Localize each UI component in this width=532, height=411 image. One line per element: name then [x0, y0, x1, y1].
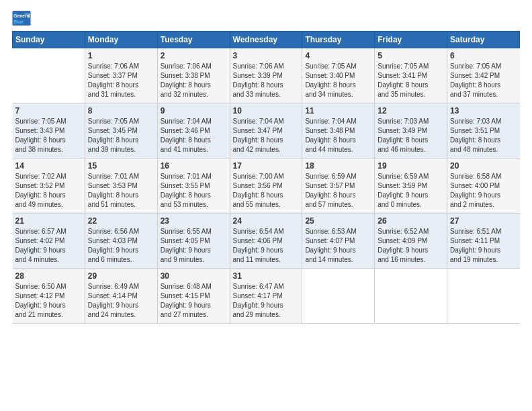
cell-info: Sunrise: 7:03 AM Sunset: 3:51 PM Dayligh…: [450, 117, 517, 154]
col-header-wednesday: Wednesday: [230, 32, 302, 48]
cell-info: Sunrise: 7:05 AM Sunset: 3:41 PM Dayligh…: [378, 62, 444, 99]
week-row-3: 14Sunrise: 7:02 AM Sunset: 3:52 PM Dayli…: [13, 158, 520, 214]
calendar-table: SundayMondayTuesdayWednesdayThursdayFrid…: [12, 31, 520, 324]
day-number: 20: [450, 161, 517, 171]
calendar-cell: 13Sunrise: 7:03 AM Sunset: 3:51 PM Dayli…: [447, 103, 520, 158]
week-row-4: 21Sunrise: 6:57 AM Sunset: 4:02 PM Dayli…: [13, 214, 520, 269]
day-number: 22: [88, 216, 154, 226]
day-number: 9: [161, 106, 227, 116]
day-number: 5: [378, 51, 444, 60]
day-number: 4: [305, 51, 371, 60]
col-header-tuesday: Tuesday: [157, 32, 230, 48]
cell-info: Sunrise: 7:06 AM Sunset: 3:39 PM Dayligh…: [233, 62, 300, 99]
day-number: 6: [450, 51, 517, 60]
cell-info: Sunrise: 7:03 AM Sunset: 3:49 PM Dayligh…: [378, 117, 444, 154]
calendar-cell: 19Sunrise: 6:59 AM Sunset: 3:59 PM Dayli…: [375, 158, 447, 214]
cell-info: Sunrise: 7:06 AM Sunset: 3:38 PM Dayligh…: [161, 62, 227, 99]
calendar-cell: 11Sunrise: 7:04 AM Sunset: 3:48 PM Dayli…: [302, 103, 375, 158]
day-number: 29: [88, 271, 154, 281]
cell-info: Sunrise: 6:47 AM Sunset: 4:17 PM Dayligh…: [233, 282, 300, 320]
day-number: 2: [161, 51, 227, 60]
svg-text:General: General: [13, 13, 30, 18]
calendar-cell: 28Sunrise: 6:50 AM Sunset: 4:12 PM Dayli…: [13, 269, 85, 324]
cell-info: Sunrise: 7:05 AM Sunset: 3:40 PM Dayligh…: [305, 62, 371, 99]
day-number: 14: [15, 161, 82, 171]
day-number: 12: [378, 106, 444, 116]
cell-info: Sunrise: 6:59 AM Sunset: 3:59 PM Dayligh…: [378, 172, 444, 210]
cell-info: Sunrise: 6:55 AM Sunset: 4:05 PM Dayligh…: [161, 227, 227, 265]
calendar-cell: [447, 269, 520, 324]
cell-info: Sunrise: 6:51 AM Sunset: 4:11 PM Dayligh…: [450, 227, 517, 265]
week-row-5: 28Sunrise: 6:50 AM Sunset: 4:12 PM Dayli…: [13, 269, 520, 324]
day-number: 16: [161, 161, 227, 171]
col-header-saturday: Saturday: [447, 32, 520, 48]
svg-text:Blue: Blue: [13, 19, 24, 24]
calendar-cell: 31Sunrise: 6:47 AM Sunset: 4:17 PM Dayli…: [230, 269, 302, 324]
calendar-cell: 7Sunrise: 7:05 AM Sunset: 3:43 PM Daylig…: [13, 103, 85, 158]
cell-info: Sunrise: 6:52 AM Sunset: 4:09 PM Dayligh…: [378, 227, 444, 265]
week-row-1: 1Sunrise: 7:06 AM Sunset: 3:37 PM Daylig…: [13, 48, 520, 103]
logo: General Blue: [12, 11, 34, 26]
col-header-friday: Friday: [375, 32, 447, 48]
col-header-monday: Monday: [85, 32, 157, 48]
day-number: 24: [233, 216, 300, 226]
day-number: 21: [15, 216, 82, 226]
calendar-cell: 24Sunrise: 6:54 AM Sunset: 4:06 PM Dayli…: [230, 214, 302, 269]
cell-info: Sunrise: 6:57 AM Sunset: 4:02 PM Dayligh…: [15, 227, 82, 265]
calendar-cell: [13, 48, 85, 103]
day-number: 23: [161, 216, 227, 226]
day-number: 31: [233, 271, 300, 281]
calendar-cell: 20Sunrise: 6:58 AM Sunset: 4:00 PM Dayli…: [447, 158, 520, 214]
cell-info: Sunrise: 7:04 AM Sunset: 3:48 PM Dayligh…: [305, 117, 371, 154]
calendar-cell: 8Sunrise: 7:05 AM Sunset: 3:45 PM Daylig…: [85, 103, 157, 158]
day-number: 3: [233, 51, 300, 60]
cell-info: Sunrise: 7:04 AM Sunset: 3:46 PM Dayligh…: [161, 117, 227, 154]
cell-info: Sunrise: 7:06 AM Sunset: 3:37 PM Dayligh…: [88, 62, 154, 99]
calendar-cell: 26Sunrise: 6:52 AM Sunset: 4:09 PM Dayli…: [375, 214, 447, 269]
day-number: 19: [378, 161, 444, 171]
cell-info: Sunrise: 7:04 AM Sunset: 3:47 PM Dayligh…: [233, 117, 300, 154]
calendar-cell: 16Sunrise: 7:01 AM Sunset: 3:55 PM Dayli…: [157, 158, 230, 214]
calendar-cell: 5Sunrise: 7:05 AM Sunset: 3:41 PM Daylig…: [375, 48, 447, 103]
calendar-cell: 14Sunrise: 7:02 AM Sunset: 3:52 PM Dayli…: [13, 158, 85, 214]
cell-info: Sunrise: 7:05 AM Sunset: 3:42 PM Dayligh…: [450, 62, 517, 99]
day-number: 30: [161, 271, 227, 281]
cell-info: Sunrise: 6:53 AM Sunset: 4:07 PM Dayligh…: [305, 227, 371, 265]
calendar-cell: 30Sunrise: 6:48 AM Sunset: 4:15 PM Dayli…: [157, 269, 230, 324]
calendar-cell: 10Sunrise: 7:04 AM Sunset: 3:47 PM Dayli…: [230, 103, 302, 158]
calendar-cell: 4Sunrise: 7:05 AM Sunset: 3:40 PM Daylig…: [302, 48, 375, 103]
col-header-thursday: Thursday: [302, 32, 375, 48]
calendar-cell: [302, 269, 375, 324]
cell-info: Sunrise: 6:54 AM Sunset: 4:06 PM Dayligh…: [233, 227, 300, 265]
day-number: 15: [88, 161, 154, 171]
cell-info: Sunrise: 7:01 AM Sunset: 3:53 PM Dayligh…: [88, 172, 154, 210]
calendar-header-row: SundayMondayTuesdayWednesdayThursdayFrid…: [13, 32, 520, 48]
cell-info: Sunrise: 6:49 AM Sunset: 4:14 PM Dayligh…: [88, 282, 154, 320]
calendar-cell: 17Sunrise: 7:00 AM Sunset: 3:56 PM Dayli…: [230, 158, 302, 214]
cell-info: Sunrise: 6:50 AM Sunset: 4:12 PM Dayligh…: [15, 282, 82, 320]
calendar-cell: 3Sunrise: 7:06 AM Sunset: 3:39 PM Daylig…: [230, 48, 302, 103]
calendar-cell: 6Sunrise: 7:05 AM Sunset: 3:42 PM Daylig…: [447, 48, 520, 103]
calendar-cell: 9Sunrise: 7:04 AM Sunset: 3:46 PM Daylig…: [157, 103, 230, 158]
week-row-2: 7Sunrise: 7:05 AM Sunset: 3:43 PM Daylig…: [13, 103, 520, 158]
calendar-cell: 18Sunrise: 6:59 AM Sunset: 3:57 PM Dayli…: [302, 158, 375, 214]
header: General Blue: [12, 11, 520, 26]
day-number: 27: [450, 216, 517, 226]
calendar-cell: 25Sunrise: 6:53 AM Sunset: 4:07 PM Dayli…: [302, 214, 375, 269]
cell-info: Sunrise: 7:02 AM Sunset: 3:52 PM Dayligh…: [15, 172, 82, 210]
day-number: 28: [15, 271, 82, 281]
day-number: 10: [233, 106, 300, 116]
logo-icon: General Blue: [12, 11, 31, 26]
calendar-cell: 1Sunrise: 7:06 AM Sunset: 3:37 PM Daylig…: [85, 48, 157, 103]
calendar-cell: [375, 269, 447, 324]
cell-info: Sunrise: 6:56 AM Sunset: 4:03 PM Dayligh…: [88, 227, 154, 265]
calendar-cell: 12Sunrise: 7:03 AM Sunset: 3:49 PM Dayli…: [375, 103, 447, 158]
day-number: 7: [15, 106, 82, 116]
col-header-sunday: Sunday: [13, 32, 85, 48]
cell-info: Sunrise: 7:05 AM Sunset: 3:45 PM Dayligh…: [88, 117, 154, 154]
cell-info: Sunrise: 7:05 AM Sunset: 3:43 PM Dayligh…: [15, 117, 82, 154]
cell-info: Sunrise: 6:59 AM Sunset: 3:57 PM Dayligh…: [305, 172, 371, 210]
day-number: 25: [305, 216, 371, 226]
calendar-page: General Blue SundayMondayTuesdayWednesda…: [0, 0, 532, 411]
day-number: 26: [378, 216, 444, 226]
